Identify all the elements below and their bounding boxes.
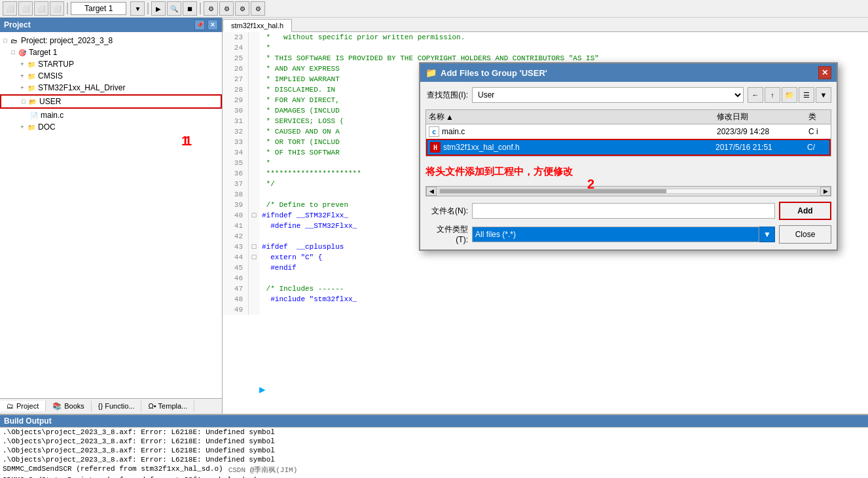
- dialog-title-icon: 📁: [425, 67, 437, 78]
- dialog-file-item-stm32conf[interactable]: H stm32f1xx_hal_conf.h 2017/5/16 21:51 C…: [426, 139, 831, 156]
- dialog-filetype-row: 文件类型(T): All files (*.*) ▼ Close: [425, 224, 831, 244]
- dialog-nav-back[interactable]: ←: [748, 87, 763, 103]
- dialog-close-btn[interactable]: ✕: [818, 66, 831, 79]
- stm32conf-file-icon: H: [430, 142, 441, 153]
- dialog-location-combo[interactable]: User: [472, 87, 744, 103]
- dialog-nav-new-folder[interactable]: 📁: [782, 87, 797, 103]
- dialog-titlebar: 📁 Add Files to Group 'USER' ✕: [420, 64, 837, 82]
- mainc-file-name: main.c: [442, 127, 717, 136]
- dialog-file-header: 名称 ▲ 修改日期 类: [426, 110, 831, 124]
- stm32conf-file-name: stm32f1xx_hal_conf.h: [443, 143, 715, 152]
- dialog-filename-row: 文件名(N): Add: [425, 202, 831, 220]
- dialog-location-row: 查找范围(I): User ← ↑ 📁 ☰ ▼: [425, 87, 831, 103]
- dialog-filetype-label: 文件类型(T):: [425, 224, 468, 244]
- mainc-file-icon: c: [429, 126, 439, 137]
- dialog-close-btn2[interactable]: Close: [779, 225, 831, 244]
- dialog-nav-up[interactable]: ↑: [765, 87, 780, 103]
- dialog-filetype-dropdown[interactable]: ▼: [759, 227, 775, 242]
- dialog-col-date[interactable]: 修改日期: [717, 111, 808, 122]
- stm32conf-file-date: 2017/5/16 21:51: [715, 143, 807, 152]
- dialog-file-list: 名称 ▲ 修改日期 类 c main.c 2023/3/9 14:28 C i: [425, 109, 831, 156]
- modal-overlay: 📁 Add Files to Group 'USER' ✕ 查找范围(I): U…: [0, 0, 868, 478]
- dialog-add-btn[interactable]: Add: [779, 202, 831, 220]
- stm32conf-file-type: C/: [807, 143, 827, 152]
- mainc-file-date: 2023/3/9 14:28: [717, 127, 808, 136]
- dialog-annotation-text: 将头文件添加到工程中，方便修改: [425, 163, 831, 181]
- dialog-location-label: 查找范围(I):: [425, 90, 468, 101]
- dialog-file-item-mainc[interactable]: c main.c 2023/3/9 14:28 C i: [426, 124, 831, 139]
- dialog-title-label: Add Files to Group 'USER': [441, 68, 547, 78]
- dialog-col-type: 类: [808, 111, 828, 122]
- dialog-filename-input[interactable]: [472, 203, 775, 219]
- scroll-track[interactable]: [439, 189, 818, 194]
- dialog-view-toggle[interactable]: ☰: [799, 87, 814, 103]
- mainc-file-type: C i: [808, 127, 828, 136]
- sort-arrow: ▲: [446, 113, 454, 122]
- dialog-nav-toolbar: ← ↑ 📁 ☰ ▼: [748, 87, 831, 103]
- dialog-col-name[interactable]: 名称 ▲: [429, 111, 717, 122]
- dialog-scrollbar[interactable]: ◀ ▶: [425, 186, 831, 196]
- dialog-filename-label: 文件名(N):: [425, 206, 468, 217]
- dialog-body: 查找范围(I): User ← ↑ 📁 ☰ ▼: [420, 82, 837, 249]
- scroll-right[interactable]: ▶: [820, 187, 831, 196]
- dialog-view-dropdown[interactable]: ▼: [816, 87, 831, 103]
- add-files-dialog: 📁 Add Files to Group 'USER' ✕ 查找范围(I): U…: [419, 62, 838, 251]
- scroll-left[interactable]: ◀: [426, 187, 437, 196]
- scroll-thumb[interactable]: [440, 189, 666, 193]
- dialog-filetype-combo[interactable]: All files (*.*): [472, 227, 759, 242]
